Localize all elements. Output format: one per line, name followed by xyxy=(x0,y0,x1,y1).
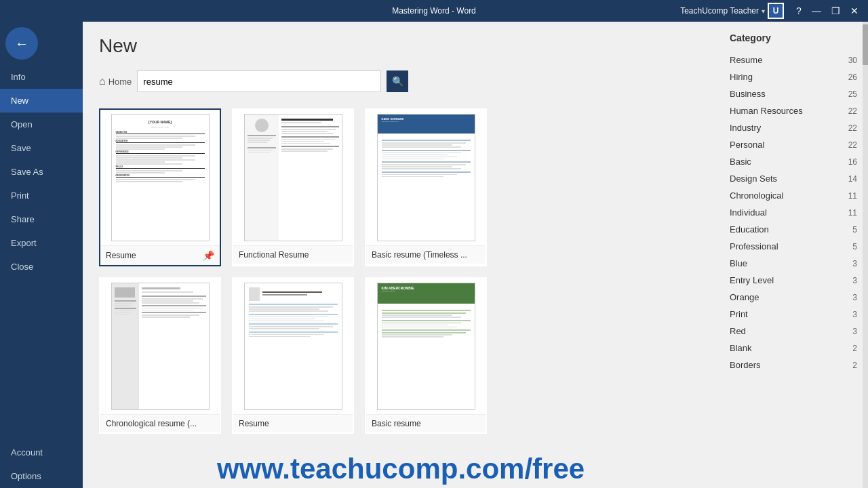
category-name: Entry Level xyxy=(730,275,774,285)
category-name: Hiring xyxy=(730,72,753,82)
template-card[interactable]: Chronological resume (... xyxy=(99,277,221,434)
resume-mockup xyxy=(244,283,342,410)
category-name: Basic xyxy=(730,157,751,167)
category-item[interactable]: Chronological 11 xyxy=(724,187,863,204)
title-bar: Mastering Word - Word TeachUcomp Teacher… xyxy=(0,0,868,22)
template-label: Chronological resume (... xyxy=(100,414,220,432)
template-name: Resume xyxy=(239,419,269,428)
template-card[interactable]: NAME SURNAME Job Title • Contact Info xyxy=(365,108,487,266)
category-item[interactable]: Resume 30 xyxy=(724,52,863,68)
search-button[interactable]: 🔍 xyxy=(387,70,408,92)
category-name: Personal xyxy=(730,140,764,150)
sidebar-item-label: Close xyxy=(11,262,33,272)
sidebar-item-label: Export xyxy=(11,238,37,248)
template-preview: KIM ABERCROMBIE Software Engineer xyxy=(366,279,486,414)
category-item[interactable]: Education 5 xyxy=(724,221,863,238)
category-item[interactable]: Professional 5 xyxy=(724,238,863,255)
category-count: 3 xyxy=(852,310,857,319)
resume-mockup: [YOUR NAME] address | phone | email Obje… xyxy=(111,114,210,241)
category-item[interactable]: Red 3 xyxy=(724,323,863,340)
category-title: Category xyxy=(724,33,863,43)
window-controls: TeachUcomp Teacher ▾ U ? — ❐ ✕ xyxy=(680,3,863,19)
search-input[interactable] xyxy=(137,70,381,92)
template-card[interactable]: Resume xyxy=(232,277,354,434)
category-count: 3 xyxy=(852,276,857,285)
template-label: Resume xyxy=(233,414,353,432)
sidebar-item-info[interactable]: Info xyxy=(0,65,83,89)
category-name: Education xyxy=(730,224,769,235)
template-label: Basic resume xyxy=(366,414,486,432)
sidebar-item-open[interactable]: Open xyxy=(0,113,83,136)
sidebar-item-label: Options xyxy=(11,471,41,481)
category-name: Print xyxy=(730,309,748,319)
sidebar-item-print[interactable]: Print xyxy=(0,184,83,207)
category-count: 11 xyxy=(848,208,857,218)
category-count: 25 xyxy=(848,89,857,99)
category-item[interactable]: Orange 3 xyxy=(724,289,863,306)
home-link[interactable]: ⌂ Home xyxy=(99,75,132,87)
sidebar-item-options[interactable]: Options xyxy=(0,464,83,488)
category-scrollbar[interactable] xyxy=(863,22,868,488)
category-item[interactable]: Hiring 26 xyxy=(724,68,863,85)
template-preview: [YOUR NAME] address | phone | email Obje… xyxy=(100,110,220,245)
home-icon: ⌂ xyxy=(99,75,106,87)
category-name: Business xyxy=(730,89,766,99)
category-name: Chronological xyxy=(730,190,784,201)
sidebar: ← Info New Open Save Save As Print Share… xyxy=(0,22,83,488)
category-panel: Category Resume 30 Hiring 26 Business 25… xyxy=(719,22,868,488)
sidebar-item-close[interactable]: Close xyxy=(0,255,83,279)
close-button[interactable]: ✕ xyxy=(846,3,863,19)
category-item[interactable]: Entry Level 3 xyxy=(724,272,863,289)
sidebar-item-label: Account xyxy=(11,447,43,458)
template-card[interactable]: [YOUR NAME] address | phone | email Obje… xyxy=(99,108,221,266)
category-item[interactable]: Industry 22 xyxy=(724,119,863,136)
category-count: 5 xyxy=(852,242,857,251)
template-preview: NAME SURNAME Job Title • Contact Info xyxy=(366,110,486,245)
category-item[interactable]: Blank 2 xyxy=(724,340,863,357)
template-card[interactable]: KIM ABERCROMBIE Software Engineer xyxy=(365,277,487,434)
category-count: 2 xyxy=(852,344,857,353)
window-title: Mastering Word - Word xyxy=(392,6,476,16)
template-card[interactable]: Functional Resume xyxy=(232,108,354,266)
category-item[interactable]: Personal 22 xyxy=(724,136,863,153)
sidebar-item-new[interactable]: New xyxy=(0,89,83,113)
help-button[interactable]: ? xyxy=(792,4,806,18)
category-count: 22 xyxy=(848,140,857,150)
main-content: New ⌂ Home 🔍 [YOUR NAME] address | phone… xyxy=(83,22,719,488)
category-count: 11 xyxy=(848,191,857,201)
sidebar-item-account[interactable]: Account xyxy=(0,441,83,464)
template-preview xyxy=(100,279,220,414)
category-item[interactable]: Blue 3 xyxy=(724,255,863,272)
category-name: Red xyxy=(730,326,746,336)
category-item[interactable]: Borders 2 xyxy=(724,357,863,373)
category-item[interactable]: Design Sets 14 xyxy=(724,170,863,187)
category-name: Industry xyxy=(730,123,761,133)
sidebar-item-save-as[interactable]: Save As xyxy=(0,160,83,184)
user-info: TeachUcomp Teacher ▾ U xyxy=(680,3,784,19)
sidebar-item-export[interactable]: Export xyxy=(0,231,83,255)
category-count: 14 xyxy=(848,174,857,184)
template-name: Basic resume (Timeless ... xyxy=(372,250,467,260)
category-item[interactable]: Business 25 xyxy=(724,85,863,102)
home-label: Home xyxy=(108,77,132,87)
template-label: Resume 📌 xyxy=(100,245,220,265)
category-count: 30 xyxy=(848,56,857,65)
template-name: Basic resume xyxy=(372,419,421,428)
category-item[interactable]: Human Resources 22 xyxy=(724,102,863,119)
category-count: 3 xyxy=(852,259,857,268)
search-bar: ⌂ Home 🔍 xyxy=(99,70,703,92)
minimize-button[interactable]: — xyxy=(808,3,825,19)
category-name: Blank xyxy=(730,343,752,353)
sidebar-item-save[interactable]: Save xyxy=(0,136,83,160)
app-body: ← Info New Open Save Save As Print Share… xyxy=(0,22,868,488)
restore-button[interactable]: ❐ xyxy=(827,3,844,19)
category-item[interactable]: Basic 16 xyxy=(724,153,863,170)
resume-mockup: NAME SURNAME Job Title • Contact Info xyxy=(377,114,475,241)
category-item[interactable]: Print 3 xyxy=(724,306,863,323)
sidebar-item-label: Save As xyxy=(11,167,43,177)
sidebar-item-share[interactable]: Share xyxy=(0,207,83,231)
category-count: 22 xyxy=(848,123,857,133)
back-button[interactable]: ← xyxy=(5,27,38,60)
template-preview xyxy=(233,110,353,245)
category-item[interactable]: Individual 11 xyxy=(724,204,863,221)
